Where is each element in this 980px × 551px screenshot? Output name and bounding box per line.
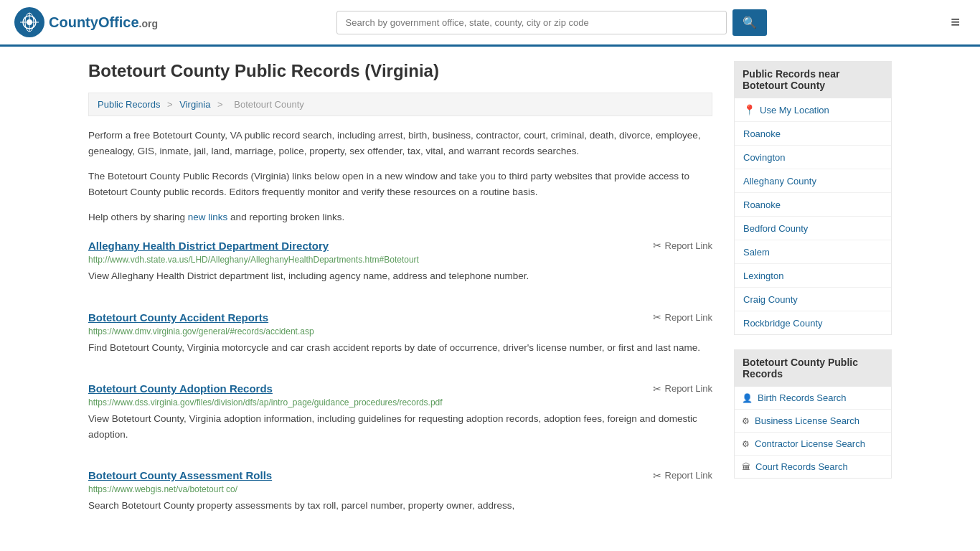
sidebar-record-court: 🏛 Court Records Search [735,456,891,478]
sidebar-link-roanoke-1[interactable]: Roanoke [743,128,781,139]
report-link-label-3: Report Link [665,470,712,481]
sidebar-item-lexington: Lexington [735,264,891,288]
logo-icon [14,7,44,37]
sidebar-item-roanoke-1: Roanoke [735,122,891,146]
breadcrumb-public-records[interactable]: Public Records [98,99,160,110]
birth-records-icon: 👤 [742,393,753,403]
intro-paragraph-3: Help others by sharing new links and rep… [88,209,712,225]
sidebar-nearby-header: Public Records near Botetourt County [734,61,892,98]
record-desc-1: Find Botetourt County, Virginia motorcyc… [88,340,712,356]
sidebar-item-craig-county: Craig County [735,288,891,311]
record-title-0[interactable]: Alleghany Health District Department Dir… [88,240,329,252]
record-item-2: Botetourt County Adoption Records ✂ Repo… [88,382,712,449]
page-title: Botetourt County Public Records (Virgini… [88,61,712,81]
breadcrumb-botetourt: Botetourt County [234,99,304,110]
breadcrumb-virginia[interactable]: Virginia [179,99,210,110]
sidebar-item-salem: Salem [735,240,891,264]
record-desc-3: Search Botetourt County property assessm… [88,498,712,514]
sidebar-link-alleghany-county[interactable]: Alleghany County [743,176,816,187]
contractor-license-link[interactable]: Contractor License Search [755,438,865,449]
search-input[interactable] [336,11,727,34]
report-icon-0: ✂ [653,240,661,251]
report-link-label-2: Report Link [665,383,712,394]
sidebar-record-birth: 👤 Birth Records Search [735,387,891,410]
use-my-location-item[interactable]: 📍 Use My Location [735,98,891,122]
record-url-1: https://www.dmv.virginia.gov/general/#re… [88,326,712,336]
sidebar-link-bedford-county[interactable]: Bedford County [743,223,808,234]
record-url-0: http://www.vdh.state.va.us/LHD/Alleghany… [88,255,712,265]
report-icon-2: ✂ [653,383,661,395]
record-item-0: Alleghany Health District Department Dir… [88,240,712,291]
intro3-post: and reporting broken links. [227,212,344,222]
birth-records-link[interactable]: Birth Records Search [758,392,847,403]
intro-paragraph-2: The Botetourt County Public Records (Vir… [88,169,712,199]
sidebar-records-list: 👤 Birth Records Search ⚙ Business Licens… [734,387,892,479]
record-title-2[interactable]: Botetourt County Adoption Records [88,382,273,395]
sidebar-link-roanoke-2[interactable]: Roanoke [743,199,781,210]
search-area: 🔍 [336,9,767,36]
sidebar-link-craig-county[interactable]: Craig County [743,294,798,305]
hamburger-icon: ≡ [951,13,960,31]
record-desc-2: View Botetourt County, Virginia adoption… [88,411,712,442]
court-records-link[interactable]: Court Records Search [755,461,848,472]
logo-area: CountyOffice.org [14,7,158,37]
sidebar-link-covington[interactable]: Covington [743,152,786,163]
record-url-2: https://www.dss.virginia.gov/files/divis… [88,397,712,408]
sidebar-item-covington: Covington [735,146,891,169]
header: CountyOffice.org 🔍 ≡ [0,0,980,47]
sidebar-item-rockbridge-county: Rockbridge County [735,311,891,334]
record-item-3: Botetourt County Assessment Rolls ✂ Repo… [88,469,712,521]
report-icon-3: ✂ [653,470,661,481]
intro-paragraph-1: Perform a free Botetourt County, VA publ… [88,128,712,159]
report-link-1[interactable]: ✂ Report Link [653,311,712,323]
search-button[interactable]: 🔍 [732,9,767,36]
record-desc-0: View Alleghany Health District departmen… [88,268,712,284]
report-link-2[interactable]: ✂ Report Link [653,383,712,395]
breadcrumb: Public Records > Virginia > Botetourt Co… [88,93,712,116]
record-url-3: https://www.webgis.net/va/botetourt co/ [88,484,712,494]
business-license-link[interactable]: Business License Search [755,415,859,426]
breadcrumb-separator-2: > [217,99,225,110]
sidebar-nearby-list: 📍 Use My Location Roanoke Covington Alle… [734,98,892,335]
business-license-icon: ⚙ [742,416,750,426]
sidebar-item-bedford-county: Bedford County [735,217,891,240]
breadcrumb-separator-1: > [167,99,175,110]
sidebar-record-business: ⚙ Business License Search [735,410,891,433]
logo-text: CountyOffice.org [49,14,158,31]
use-my-location-link[interactable]: Use My Location [760,105,829,116]
sidebar-item-alleghany-county: Alleghany County [735,169,891,193]
record-title-1[interactable]: Botetourt County Accident Reports [88,311,268,324]
sidebar-link-rockbridge-county[interactable]: Rockbridge County [743,318,823,329]
sidebar-records-section: Botetourt County Public Records 👤 Birth … [734,349,892,479]
sidebar-link-salem[interactable]: Salem [743,247,770,258]
court-records-icon: 🏛 [742,462,750,472]
record-item-1: Botetourt County Accident Reports ✂ Repo… [88,311,712,363]
sidebar-records-header: Botetourt County Public Records [734,349,892,387]
content-area: Botetourt County Public Records (Virgini… [88,61,712,541]
contractor-license-icon: ⚙ [742,439,750,449]
main-container: Botetourt County Public Records (Virgini… [74,47,906,551]
sidebar-record-contractor: ⚙ Contractor License Search [735,433,891,456]
record-title-3[interactable]: Botetourt County Assessment Rolls [88,469,272,481]
report-link-3[interactable]: ✂ Report Link [653,470,712,481]
sidebar: Public Records near Botetourt County 📍 U… [734,61,892,541]
search-icon: 🔍 [743,17,757,29]
report-link-label-1: Report Link [665,312,712,323]
location-pin-icon: 📍 [743,104,755,116]
sidebar-link-lexington[interactable]: Lexington [743,270,783,281]
sidebar-nearby-section: Public Records near Botetourt County 📍 U… [734,61,892,335]
sidebar-item-roanoke-2: Roanoke [735,193,891,217]
intro3-pre: Help others by sharing [88,212,188,222]
report-link-label-0: Report Link [665,240,712,251]
new-links-link[interactable]: new links [188,212,228,222]
report-link-0[interactable]: ✂ Report Link [653,240,712,251]
report-icon-1: ✂ [653,311,661,323]
hamburger-menu-button[interactable]: ≡ [945,10,966,34]
